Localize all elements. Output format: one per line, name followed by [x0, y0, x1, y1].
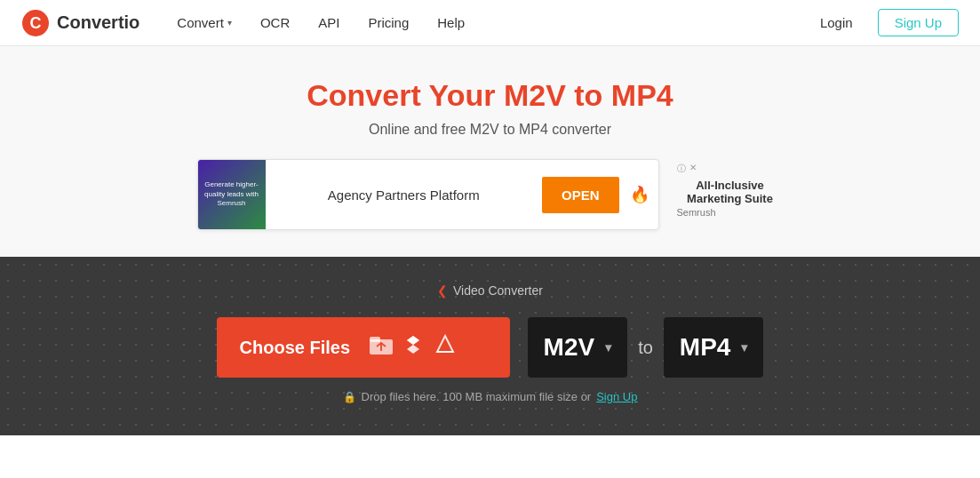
nav-help[interactable]: Help [425, 10, 477, 36]
ad-card: Generate higher-quality leads with Semru… [197, 159, 659, 230]
breadcrumb-label[interactable]: Video Converter [453, 283, 543, 298]
to-format-chevron-icon: ▾ [741, 340, 747, 355]
from-format-button[interactable]: M2V ▾ [528, 317, 628, 378]
svg-marker-7 [437, 336, 453, 352]
ad-info-icon[interactable]: ⓘ [677, 163, 686, 175]
ad-area: Generate higher-quality leads with Semru… [18, 159, 962, 239]
logo-text: Convertio [57, 12, 139, 33]
converter-controls: Choose Files [36, 317, 944, 378]
nav-pricing[interactable]: Pricing [355, 10, 421, 36]
header: C Convertio Convert ▾ OCR API Pricing He… [0, 0, 980, 46]
ad-side-info: ⓘ ✕ All-Inclusive Marketing Suite Semrus… [677, 159, 784, 218]
signup-button[interactable]: Sign Up [878, 9, 959, 36]
page-title: Convert Your M2V to MP4 [18, 78, 962, 113]
nav-ocr[interactable]: OCR [248, 10, 302, 36]
logo-icon: C [21, 9, 50, 37]
nav-api[interactable]: API [306, 10, 352, 36]
breadcrumb-chevron-icon: ❮ [437, 283, 448, 298]
drop-hint: 🔒 Drop files here. 100 MB maximum file s… [36, 390, 944, 403]
ad-image: Generate higher-quality leads with Semru… [198, 159, 266, 230]
to-format-button[interactable]: MP4 ▾ [664, 317, 764, 378]
choose-files-button[interactable]: Choose Files [217, 317, 510, 378]
header-actions: Login Sign Up [809, 9, 959, 36]
dropbox-icon[interactable] [402, 334, 425, 361]
main-nav: Convert ▾ OCR API Pricing Help [164, 10, 809, 36]
ad-agency-label: Agency Partners Platform [266, 187, 542, 203]
ad-close-side-icon[interactable]: ✕ [689, 163, 697, 175]
drive-icon[interactable] [434, 334, 457, 361]
convert-chevron-icon: ▾ [227, 18, 232, 28]
ad-open-button[interactable]: OPEN [542, 177, 619, 213]
folder-icon[interactable] [370, 335, 393, 360]
hero-section: Convert Your M2V to MP4 Online and free … [0, 46, 980, 257]
svg-text:C: C [30, 14, 42, 32]
login-button[interactable]: Login [809, 10, 864, 36]
to-label: to [638, 338, 653, 358]
converter-section: ❮ Video Converter Choose Files [0, 257, 980, 435]
upload-icons [370, 334, 457, 361]
format-selector: M2V ▾ to MP4 ▾ [528, 317, 764, 378]
signup-link[interactable]: Sign Up [596, 390, 637, 403]
lock-icon: 🔒 [343, 391, 356, 403]
svg-marker-6 [407, 336, 419, 345]
page-subtitle: Online and free M2V to MP4 converter [18, 122, 962, 138]
ad-side-brand: Semrush [677, 207, 716, 218]
logo[interactable]: C Convertio [21, 9, 139, 37]
svg-rect-3 [370, 337, 380, 342]
breadcrumb: ❮ Video Converter [36, 283, 944, 298]
ad-side-title: All-Inclusive Marketing Suite [677, 179, 784, 205]
from-format-chevron-icon: ▾ [605, 340, 611, 355]
nav-convert[interactable]: Convert ▾ [164, 10, 244, 36]
ad-close-icon[interactable]: 🔥 [630, 185, 649, 204]
